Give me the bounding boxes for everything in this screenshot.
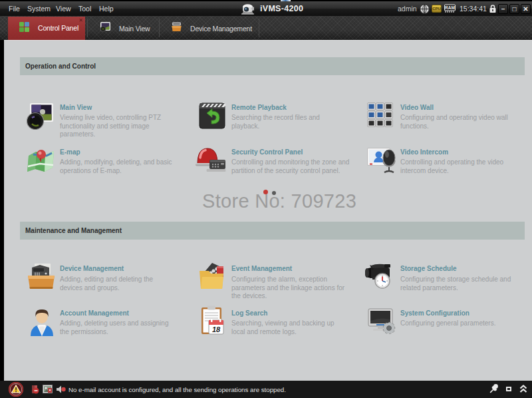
svg-text:RAM: RAM — [445, 5, 455, 10]
svg-text:18: 18 — [212, 325, 221, 333]
